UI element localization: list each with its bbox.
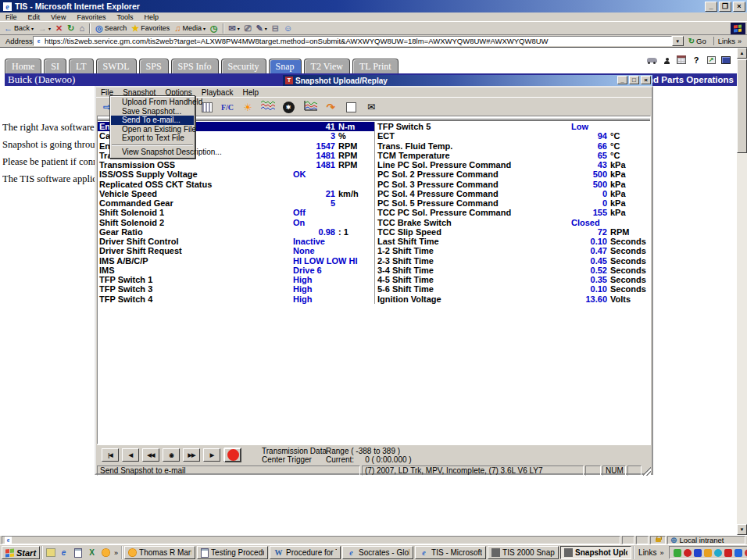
snapshot-window-title-bar[interactable]: T Snapshot Upload/Replay _ □ × (283, 75, 652, 86)
table-row[interactable]: Gear Ratio0.98: 1 (98, 227, 374, 237)
taskbar-button-testing-procedures[interactable]: Testing Procedures (197, 546, 268, 559)
messenger-button[interactable]: ☺ (281, 23, 295, 34)
envelope-button[interactable]: ✉ (362, 98, 381, 116)
home-button[interactable]: ⌂ (77, 23, 87, 34)
menu-item-send-to-e-mail[interactable]: Send To e-mail... (111, 116, 194, 125)
table-row[interactable]: IMS A/B/C/PHI LOW LOW HI (98, 256, 374, 266)
table-row[interactable]: Replicated OSS CKT Status (98, 180, 374, 189)
table-row[interactable]: 2-3 Shift Time0.45Seconds (376, 256, 646, 266)
chevron-icon[interactable]: » (114, 549, 118, 557)
snapshot-menu-playback[interactable]: Playback (197, 88, 238, 97)
go-to-start-button[interactable]: |◀ (102, 448, 119, 462)
tab-sps-info[interactable]: SPS Info (171, 59, 219, 73)
tab-security[interactable]: Security (221, 59, 266, 73)
mail-button[interactable]: ✉▾ (227, 23, 242, 34)
minimize-button[interactable]: _ (705, 2, 717, 12)
taskbar-button-thomas-r-martin-inbox[interactable]: Thomas R Martin - Inbox... (124, 546, 195, 559)
table-row[interactable]: Vehicle Speed21km/h (98, 189, 374, 198)
table-row[interactable]: TCM Temperature65°C (376, 151, 646, 160)
table-row[interactable]: Shift Solenoid 1Off (98, 208, 374, 217)
close-button[interactable]: × (733, 2, 745, 12)
edit-button[interactable]: ✎▾ (254, 23, 270, 34)
viewer-icon[interactable] (72, 548, 84, 558)
vehicle-icon[interactable] (646, 55, 657, 65)
start-button[interactable]: Start (2, 546, 40, 559)
table-row[interactable]: Driver Shift ControlInactive (98, 237, 374, 246)
tab-home[interactable]: Home (5, 59, 41, 73)
taskbar-button-procedure-for-taking-sn[interactable]: WProcedure for Taking Sn... (270, 546, 341, 559)
tray-icon-1[interactable] (674, 549, 681, 557)
media-button[interactable]: ♫Media▾ (172, 23, 208, 34)
table-row[interactable]: PC Sol. 4 Pressure Command0kPa (376, 189, 646, 198)
taskbar-button-tis-2000-snapshot-uplo[interactable]: TIS 2000 Snapshot Uplo... (488, 546, 559, 559)
waveform-button[interactable] (259, 98, 277, 116)
menu-item-upload-from-handheld[interactable]: Upload From Handheld (111, 98, 194, 107)
taskbar-button-snapshot-upload-re[interactable]: Snapshot Upload/Re... (560, 546, 631, 559)
table-row[interactable]: Driver Shift RequestNone (98, 246, 374, 255)
fast-forward-button[interactable]: ▶▶ (183, 448, 200, 462)
record-button[interactable] (224, 448, 241, 462)
tray-icon-4[interactable] (704, 549, 712, 557)
table-row[interactable]: PC Sol. 2 Pressure Command500kPa (376, 169, 646, 179)
user-icon[interactable] (661, 55, 672, 65)
scroll-down-icon[interactable]: ▼ (737, 524, 747, 535)
replay-button[interactable]: ↷ (321, 98, 340, 116)
center-button[interactable]: ◉ (163, 448, 180, 462)
table-row[interactable]: 3-4 Shift Time0.52Seconds (376, 266, 646, 275)
step-back-button[interactable]: ◀ (122, 448, 139, 462)
tab-lt[interactable]: LT (69, 59, 94, 73)
address-input[interactable]: e https://tis2web.service.gm.com/tis2web… (33, 36, 672, 46)
table-row[interactable]: TFP Switch 1High (98, 275, 374, 284)
table-row[interactable]: 5-6 Shift Time0.10Seconds (376, 284, 646, 294)
favorites-button[interactable]: ★Favorites (129, 23, 172, 34)
snapshot-menu-help[interactable]: Help (238, 88, 263, 97)
table-row[interactable]: Transmission OSS1481RPM (98, 160, 374, 169)
table-row[interactable]: Ignition Voltage13.60Volts (376, 294, 646, 304)
table-row[interactable]: 1-2 Shift Time0.47Seconds (376, 246, 646, 255)
go-button[interactable]: ↻ Go (684, 37, 711, 45)
table-row[interactable]: Line PC Sol. Pressure Command43kPa (376, 160, 646, 169)
table-row[interactable]: Shift Solenoid 2On (98, 218, 374, 227)
taskbar-button-tis-microsoft-internet[interactable]: eTIS - Microsoft Internet ... (415, 546, 486, 559)
tab-snap[interactable]: Snap (269, 59, 302, 73)
tray-icon-3[interactable] (694, 549, 702, 557)
table-row[interactable]: TFP Switch 3High (98, 284, 374, 294)
help-icon[interactable]: ? (691, 55, 702, 65)
excel-icon[interactable]: X (86, 548, 98, 558)
snapshot-maximize-button[interactable]: □ (629, 76, 639, 84)
play-button[interactable]: ▶ (203, 448, 220, 462)
snapshot-minimize-button[interactable]: _ (617, 76, 627, 84)
back-button[interactable]: ←Back▾ (2, 23, 36, 34)
fahrenheit-celsius-button[interactable]: F/C (218, 98, 237, 116)
tray-icon-2[interactable] (684, 549, 692, 557)
bolt-button[interactable]: ✱ (279, 98, 298, 116)
graph-button[interactable] (301, 98, 320, 116)
stop-button[interactable]: ✕ (53, 23, 65, 34)
rewind-button[interactable]: ◀◀ (142, 448, 159, 462)
tab-si[interactable]: SI (44, 59, 66, 73)
print-button[interactable]: ⎚ (242, 23, 254, 34)
table-row[interactable]: PC Sol. 3 Pressure Command500kPa (376, 180, 646, 189)
monitor-icon[interactable] (720, 55, 731, 65)
refresh-button[interactable]: ↻ (65, 23, 77, 34)
page-scrollbar[interactable]: ▲ ▼ (737, 48, 747, 535)
ie-menu-tools[interactable]: Tools (111, 13, 138, 21)
ie-icon[interactable]: e (58, 548, 70, 558)
table-row[interactable]: TCC Brake SwitchClosed (376, 218, 646, 227)
address-dropdown-button[interactable]: ▼ (672, 36, 684, 46)
resize-grip[interactable] (643, 465, 651, 476)
ie-menu-edit[interactable]: Edit (23, 13, 46, 21)
table-row[interactable]: IMSDrive 6 (98, 266, 374, 275)
ie-menu-favorites[interactable]: Favorites (71, 13, 111, 21)
menu-item-view-snapshot-description[interactable]: View Snapshot Description... (111, 148, 194, 157)
tray-icon-5[interactable] (714, 549, 722, 557)
tab-tl-print[interactable]: TL Print (352, 59, 399, 73)
links-button[interactable]: Links» (713, 37, 745, 45)
tray-icon-7[interactable] (734, 549, 742, 557)
taskbar-links-button[interactable]: Links» (633, 546, 667, 559)
table-row[interactable]: PC Sol. 5 Pressure Command0kPa (376, 198, 646, 208)
table-row[interactable]: Commanded Gear5 (98, 198, 374, 208)
table-row[interactable]: TFP Switch 5Low (376, 122, 646, 131)
blank-frame-button[interactable] (341, 98, 360, 116)
tab-sps[interactable]: SPS (139, 59, 169, 73)
